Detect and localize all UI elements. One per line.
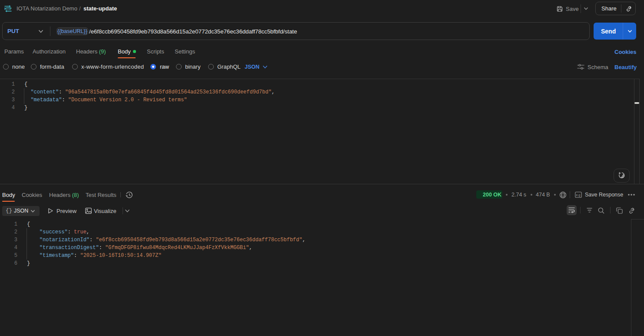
svg-text:e.g: e.g	[576, 193, 581, 197]
svg-text:HTTP: HTTP	[4, 7, 11, 11]
